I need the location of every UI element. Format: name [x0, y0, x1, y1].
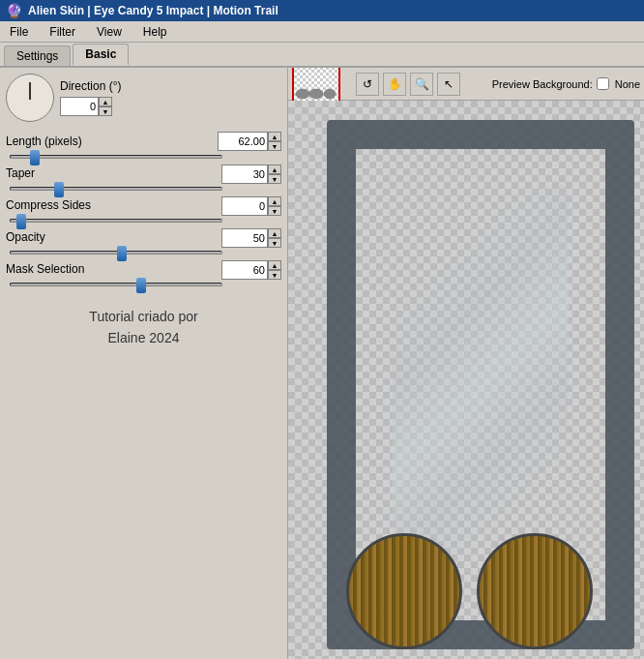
arrow-icon: ↖	[444, 77, 454, 91]
taper-decrement[interactable]: ▼	[268, 174, 281, 184]
thumbnail-stones	[295, 84, 337, 100]
mask-selection-slider-thumb[interactable]	[136, 278, 146, 293]
circle-left	[346, 533, 462, 649]
taper-spinner: ▲ ▼	[268, 165, 281, 184]
compress-sides-increment[interactable]: ▲	[268, 196, 281, 206]
taper-label: Taper	[6, 166, 102, 180]
main-layout: Direction (°) ▲ ▼ Length (pixels) ▲	[0, 68, 644, 659]
opacity-increment[interactable]: ▲	[268, 228, 281, 238]
menu-view[interactable]: View	[91, 23, 128, 41]
length-label: Length (pixels)	[6, 135, 102, 148]
tutorial-line1: Tutorial criado por	[6, 306, 281, 327]
compress-sides-row: Compress Sides ▲ ▼	[6, 196, 281, 216]
taper-input-group: ▲ ▼	[221, 165, 281, 184]
thumbnail-content	[294, 68, 338, 102]
frame-overlay	[317, 110, 644, 659]
menu-bar: File Filter View Help	[0, 21, 644, 43]
length-section: Length (pixels) ▲ ▼	[6, 132, 281, 159]
direction-input[interactable]	[60, 97, 99, 116]
reset-icon: ↺	[363, 77, 372, 91]
mask-selection-decrement[interactable]: ▼	[268, 270, 281, 280]
left-panel: Direction (°) ▲ ▼ Length (pixels) ▲	[0, 68, 288, 659]
compress-sides-input[interactable]	[221, 196, 268, 216]
app-icon: 🔮	[6, 3, 22, 18]
opacity-spinner: ▲ ▼	[268, 228, 281, 248]
tab-basic[interactable]: Basic	[73, 44, 129, 66]
mask-selection-slider-track[interactable]	[10, 283, 222, 286]
taper-increment[interactable]: ▲	[268, 165, 281, 174]
zoom-icon: 🔍	[415, 77, 429, 91]
menu-help[interactable]: Help	[137, 23, 173, 41]
direction-label-group: Direction (°) ▲ ▼	[60, 79, 121, 116]
mask-selection-label: Mask Selection	[6, 262, 102, 276]
opacity-slider-track[interactable]	[10, 251, 222, 255]
svg-point-0	[296, 89, 309, 99]
mask-selection-row: Mask Selection ▲ ▼	[6, 260, 281, 280]
length-slider-track[interactable]	[10, 155, 222, 159]
direction-increment[interactable]: ▲	[99, 97, 112, 106]
direction-label: Direction (°)	[60, 79, 121, 93]
taper-section: Taper ▲ ▼	[6, 165, 281, 191]
circle-right	[477, 533, 593, 649]
tab-settings[interactable]: Settings	[4, 45, 71, 66]
compress-sides-section: Compress Sides ▲ ▼	[6, 196, 281, 223]
direction-spinner: ▲ ▼	[99, 97, 112, 116]
preview-toolbar: ↺ ✋ 🔍 ↖ Preview Background: None	[288, 68, 644, 101]
mask-selection-increment[interactable]: ▲	[268, 260, 281, 270]
length-input-group: ▲ ▼	[218, 132, 281, 151]
opacity-decrement[interactable]: ▼	[268, 238, 281, 248]
mask-selection-input-group: ▲ ▼	[221, 260, 281, 280]
hand-tool-button[interactable]: ✋	[383, 73, 406, 96]
preview-background-checkbox[interactable]	[597, 77, 609, 90]
compress-sides-input-group: ▲ ▼	[221, 196, 281, 216]
opacity-label: Opacity	[6, 230, 102, 244]
menu-filter[interactable]: Filter	[44, 23, 81, 41]
preview-background-none: None	[615, 78, 640, 90]
taper-slider-track[interactable]	[10, 187, 222, 191]
circle-wood-left	[349, 536, 459, 646]
tutorial-line2: Elaine 2024	[6, 327, 281, 348]
arrow-tool-button[interactable]: ↖	[437, 73, 460, 96]
taper-input[interactable]	[221, 165, 268, 184]
motion-blur-overlay	[393, 186, 569, 584]
compress-sides-label: Compress Sides	[6, 198, 102, 212]
mask-selection-section: Mask Selection ▲ ▼	[6, 260, 281, 286]
right-panel: ↺ ✋ 🔍 ↖ Preview Background: None	[288, 68, 644, 659]
compress-sides-decrement[interactable]: ▼	[268, 206, 281, 216]
opacity-input[interactable]	[221, 228, 268, 248]
direction-input-group: ▲ ▼	[60, 97, 121, 116]
compress-sides-slider-thumb[interactable]	[16, 214, 26, 229]
length-slider-thumb[interactable]	[30, 150, 40, 165]
preview-background-label: Preview Background:	[492, 78, 593, 90]
mask-selection-spinner: ▲ ▼	[268, 260, 281, 280]
length-spinner: ▲ ▼	[268, 132, 281, 151]
title-bar-text: Alien Skin | Eye Candy 5 Impact | Motion…	[28, 4, 278, 17]
length-decrement[interactable]: ▼	[268, 141, 281, 151]
opacity-section: Opacity ▲ ▼	[6, 228, 281, 255]
length-increment[interactable]: ▲	[268, 132, 281, 141]
circle-wood-right	[480, 536, 590, 646]
direction-dial[interactable]	[6, 74, 54, 122]
opacity-row: Opacity ▲ ▼	[6, 228, 281, 248]
tutorial-text: Tutorial criado por Elaine 2024	[6, 306, 281, 349]
length-input[interactable]	[218, 132, 268, 151]
hand-icon: ✋	[388, 77, 402, 91]
svg-point-2	[324, 89, 336, 99]
taper-row: Taper ▲ ▼	[6, 165, 281, 184]
opacity-input-group: ▲ ▼	[221, 228, 281, 248]
menu-file[interactable]: File	[4, 23, 34, 41]
compress-sides-slider-track[interactable]	[10, 219, 222, 223]
preview-thumbnail[interactable]	[292, 68, 340, 104]
direction-decrement[interactable]: ▼	[99, 106, 112, 116]
compress-sides-spinner: ▲ ▼	[268, 196, 281, 216]
preview-area	[288, 101, 644, 659]
opacity-slider-thumb[interactable]	[117, 246, 127, 261]
svg-point-1	[309, 89, 323, 99]
title-bar: 🔮 Alien Skin | Eye Candy 5 Impact | Moti…	[0, 0, 644, 21]
direction-section: Direction (°) ▲ ▼	[6, 74, 281, 122]
taper-slider-thumb[interactable]	[54, 182, 64, 197]
reset-tool-button[interactable]: ↺	[356, 73, 379, 96]
mask-selection-input[interactable]	[221, 260, 268, 280]
tab-bar: Settings Basic	[0, 43, 644, 68]
zoom-tool-button[interactable]: 🔍	[410, 73, 433, 96]
